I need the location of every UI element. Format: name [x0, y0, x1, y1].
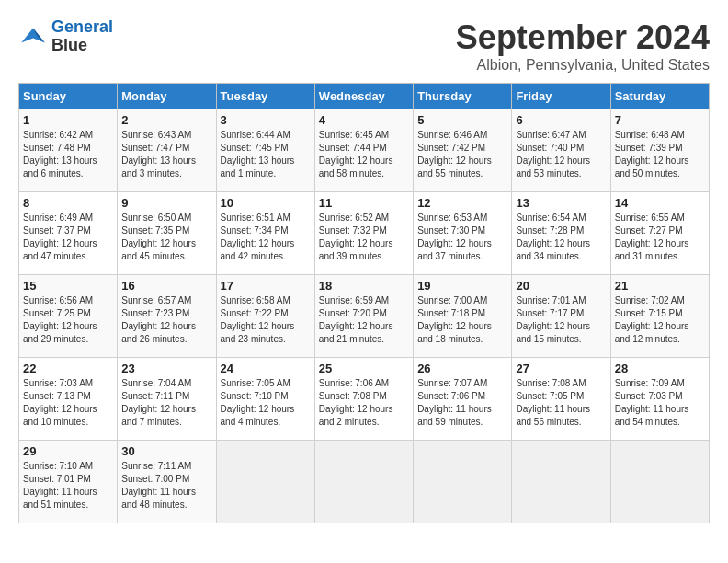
calendar-cell: 5 Sunrise: 6:46 AM Sunset: 7:42 PM Dayli…: [414, 109, 512, 192]
calendar-cell: 18 Sunrise: 6:59 AM Sunset: 7:20 PM Dayl…: [314, 275, 413, 358]
calendar-cell: [610, 441, 709, 523]
calendar-cell: 9 Sunrise: 6:50 AM Sunset: 7:35 PM Dayli…: [118, 192, 216, 275]
weekday-header-thursday: Thursday: [414, 84, 512, 109]
calendar-cell: 16 Sunrise: 6:57 AM Sunset: 7:23 PM Dayl…: [118, 275, 216, 358]
day-number: 14: [615, 196, 705, 210]
location-title: Albion, Pennsylvania, United States: [456, 57, 710, 74]
day-number: 27: [516, 362, 606, 375]
day-info: Sunrise: 6:51 AM Sunset: 7:34 PM Dayligh…: [221, 212, 311, 263]
day-info: Sunrise: 7:11 AM Sunset: 7:00 PM Dayligh…: [121, 460, 211, 511]
day-info: Sunrise: 7:08 AM Sunset: 7:05 PM Dayligh…: [516, 377, 606, 429]
day-number: 6: [516, 113, 606, 127]
day-info: Sunrise: 6:52 AM Sunset: 7:32 PM Dayligh…: [319, 212, 409, 263]
day-info: Sunrise: 6:46 AM Sunset: 7:42 PM Dayligh…: [417, 129, 507, 180]
calendar-cell: [216, 441, 314, 523]
day-number: 18: [319, 279, 409, 293]
title-block: September 2024 Albion, Pennsylvania, Uni…: [456, 18, 710, 74]
day-info: Sunrise: 7:04 AM Sunset: 7:11 PM Dayligh…: [121, 377, 211, 429]
day-number: 17: [221, 279, 311, 293]
day-info: Sunrise: 7:09 AM Sunset: 7:03 PM Dayligh…: [615, 377, 705, 429]
calendar-table: SundayMondayTuesdayWednesdayThursdayFrid…: [18, 83, 710, 523]
calendar-cell: 27 Sunrise: 7:08 AM Sunset: 7:05 PM Dayl…: [512, 358, 610, 441]
calendar-cell: 11 Sunrise: 6:52 AM Sunset: 7:32 PM Dayl…: [314, 192, 413, 275]
day-number: 30: [121, 444, 211, 458]
day-number: 26: [417, 362, 507, 375]
calendar-cell: 20 Sunrise: 7:01 AM Sunset: 7:17 PM Dayl…: [512, 275, 610, 358]
day-info: Sunrise: 7:03 AM Sunset: 7:13 PM Dayligh…: [23, 377, 113, 429]
calendar-week-row: 29 Sunrise: 7:10 AM Sunset: 7:01 PM Dayl…: [19, 441, 710, 523]
day-info: Sunrise: 7:07 AM Sunset: 7:06 PM Dayligh…: [417, 377, 507, 429]
day-number: 2: [121, 113, 211, 127]
calendar-cell: 24 Sunrise: 7:05 AM Sunset: 7:10 PM Dayl…: [216, 358, 314, 441]
day-number: 23: [121, 362, 211, 375]
calendar-cell: 15 Sunrise: 6:56 AM Sunset: 7:25 PM Dayl…: [19, 275, 118, 358]
calendar-week-row: 22 Sunrise: 7:03 AM Sunset: 7:13 PM Dayl…: [19, 358, 710, 441]
day-number: 19: [417, 279, 507, 293]
calendar-cell: 2 Sunrise: 6:43 AM Sunset: 7:47 PM Dayli…: [118, 109, 216, 192]
calendar-cell: 28 Sunrise: 7:09 AM Sunset: 7:03 PM Dayl…: [610, 358, 709, 441]
day-info: Sunrise: 6:47 AM Sunset: 7:40 PM Dayligh…: [516, 129, 606, 180]
logo-bird-icon: [18, 22, 48, 52]
day-info: Sunrise: 7:01 AM Sunset: 7:17 PM Dayligh…: [516, 294, 606, 346]
calendar-cell: 26 Sunrise: 7:07 AM Sunset: 7:06 PM Dayl…: [414, 358, 512, 441]
day-number: 25: [319, 362, 409, 375]
day-number: 21: [615, 279, 705, 293]
day-number: 8: [23, 196, 113, 210]
day-number: 22: [23, 362, 113, 375]
day-info: Sunrise: 6:43 AM Sunset: 7:47 PM Dayligh…: [121, 129, 211, 180]
calendar-week-row: 15 Sunrise: 6:56 AM Sunset: 7:25 PM Dayl…: [19, 275, 710, 358]
calendar-cell: 13 Sunrise: 6:54 AM Sunset: 7:28 PM Dayl…: [512, 192, 610, 275]
calendar-cell: 21 Sunrise: 7:02 AM Sunset: 7:15 PM Dayl…: [610, 275, 709, 358]
weekday-header-friday: Friday: [512, 84, 610, 109]
day-info: Sunrise: 7:06 AM Sunset: 7:08 PM Dayligh…: [319, 377, 409, 429]
month-title: September 2024: [456, 18, 710, 57]
day-info: Sunrise: 7:05 AM Sunset: 7:10 PM Dayligh…: [221, 377, 311, 429]
calendar-cell: 12 Sunrise: 6:53 AM Sunset: 7:30 PM Dayl…: [414, 192, 512, 275]
day-number: 29: [23, 444, 113, 458]
calendar-cell: 19 Sunrise: 7:00 AM Sunset: 7:18 PM Dayl…: [414, 275, 512, 358]
svg-marker-0: [21, 28, 45, 42]
weekday-header-row: SundayMondayTuesdayWednesdayThursdayFrid…: [19, 84, 710, 109]
weekday-header-tuesday: Tuesday: [216, 84, 314, 109]
calendar-cell: 8 Sunrise: 6:49 AM Sunset: 7:37 PM Dayli…: [19, 192, 118, 275]
calendar-cell: 1 Sunrise: 6:42 AM Sunset: 7:48 PM Dayli…: [19, 109, 118, 192]
day-info: Sunrise: 6:53 AM Sunset: 7:30 PM Dayligh…: [417, 212, 507, 263]
calendar-week-row: 8 Sunrise: 6:49 AM Sunset: 7:37 PM Dayli…: [19, 192, 710, 275]
calendar-cell: [314, 441, 413, 523]
logo: GeneralBlue: [18, 18, 113, 55]
day-number: 15: [23, 279, 113, 293]
day-info: Sunrise: 6:57 AM Sunset: 7:23 PM Dayligh…: [121, 294, 211, 346]
day-number: 1: [23, 113, 113, 127]
day-info: Sunrise: 6:58 AM Sunset: 7:22 PM Dayligh…: [221, 294, 311, 346]
calendar-cell: 25 Sunrise: 7:06 AM Sunset: 7:08 PM Dayl…: [314, 358, 413, 441]
page-header: GeneralBlue September 2024 Albion, Penns…: [18, 18, 710, 74]
day-info: Sunrise: 6:42 AM Sunset: 7:48 PM Dayligh…: [23, 129, 113, 180]
calendar-cell: [512, 441, 610, 523]
calendar-cell: 17 Sunrise: 6:58 AM Sunset: 7:22 PM Dayl…: [216, 275, 314, 358]
weekday-header-saturday: Saturday: [610, 84, 709, 109]
day-number: 4: [319, 113, 409, 127]
day-info: Sunrise: 7:02 AM Sunset: 7:15 PM Dayligh…: [615, 294, 705, 346]
calendar-cell: 30 Sunrise: 7:11 AM Sunset: 7:00 PM Dayl…: [118, 441, 216, 523]
calendar-cell: 4 Sunrise: 6:45 AM Sunset: 7:44 PM Dayli…: [314, 109, 413, 192]
logo-text: GeneralBlue: [51, 18, 113, 55]
day-number: 20: [516, 279, 606, 293]
day-number: 28: [615, 362, 705, 375]
day-info: Sunrise: 6:44 AM Sunset: 7:45 PM Dayligh…: [221, 129, 311, 180]
calendar-cell: 22 Sunrise: 7:03 AM Sunset: 7:13 PM Dayl…: [19, 358, 118, 441]
weekday-header-wednesday: Wednesday: [314, 84, 413, 109]
day-info: Sunrise: 7:10 AM Sunset: 7:01 PM Dayligh…: [23, 460, 113, 511]
calendar-cell: 29 Sunrise: 7:10 AM Sunset: 7:01 PM Dayl…: [19, 441, 118, 523]
calendar-cell: 7 Sunrise: 6:48 AM Sunset: 7:39 PM Dayli…: [610, 109, 709, 192]
calendar-cell: 3 Sunrise: 6:44 AM Sunset: 7:45 PM Dayli…: [216, 109, 314, 192]
day-number: 11: [319, 196, 409, 210]
day-number: 12: [417, 196, 507, 210]
day-number: 3: [221, 113, 311, 127]
calendar-cell: 23 Sunrise: 7:04 AM Sunset: 7:11 PM Dayl…: [118, 358, 216, 441]
day-number: 10: [221, 196, 311, 210]
day-info: Sunrise: 6:56 AM Sunset: 7:25 PM Dayligh…: [23, 294, 113, 346]
day-number: 5: [417, 113, 507, 127]
day-number: 9: [121, 196, 211, 210]
day-number: 7: [615, 113, 705, 127]
day-info: Sunrise: 6:54 AM Sunset: 7:28 PM Dayligh…: [516, 212, 606, 263]
